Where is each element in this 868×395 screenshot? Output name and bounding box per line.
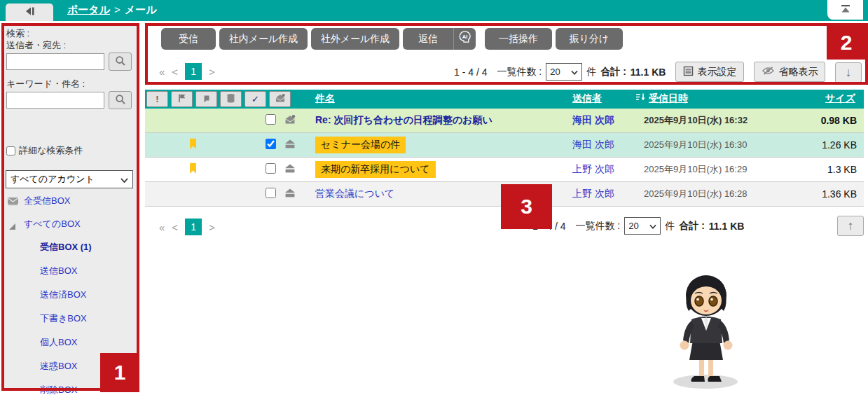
- compose-external-button[interactable]: 社外メール作成: [311, 28, 399, 50]
- display-settings-button[interactable]: 表示設定: [675, 62, 744, 82]
- first-page-button[interactable]: «: [159, 66, 165, 78]
- receive-button[interactable]: 受信: [161, 28, 216, 50]
- chevron-down-icon: [571, 67, 578, 77]
- list-settings-icon: [683, 66, 694, 78]
- sidebar-item-spam[interactable]: 迷惑BOX: [40, 360, 77, 373]
- bookmark-flag-icon[interactable]: [189, 163, 197, 176]
- row-checkbox[interactable]: [266, 114, 276, 127]
- row-checkbox[interactable]: [266, 188, 276, 200]
- chevron-down-icon: [120, 174, 128, 185]
- reply-split-button: 返信 AI: [403, 28, 476, 50]
- column-subject[interactable]: 件名: [315, 92, 335, 105]
- mail-sender-link[interactable]: 海田 次郎: [572, 114, 614, 127]
- row-checkbox[interactable]: [266, 163, 276, 176]
- sidebar-item-all-inbox[interactable]: 全受信BOX: [24, 195, 70, 207]
- total-label: 合計 :: [679, 220, 705, 233]
- page-size-select[interactable]: 20: [624, 217, 661, 235]
- unit-label: 件: [665, 220, 675, 233]
- priority-icon: !: [156, 94, 158, 104]
- breadcrumb-portal-link[interactable]: ポータル: [67, 4, 110, 15]
- keyword-search-button[interactable]: [109, 91, 132, 109]
- scroll-up-button[interactable]: ↑: [837, 216, 864, 236]
- mail-subject-link[interactable]: セミナー会場の件: [315, 137, 406, 153]
- collapse-left-icon: [24, 6, 36, 19]
- sidebar-item-draft[interactable]: 下書きBOX: [40, 312, 87, 325]
- keyword-search-input[interactable]: [6, 92, 104, 109]
- next-page-button[interactable]: >: [209, 66, 215, 78]
- page-size-value: 20: [628, 221, 638, 231]
- sort-flag-button[interactable]: [171, 91, 193, 107]
- sender-search-button[interactable]: [109, 53, 132, 71]
- sort-priority-button[interactable]: !: [146, 91, 168, 107]
- header-collapse-up-tab[interactable]: [827, 0, 863, 20]
- keyword-search-label: キーワード・件名 :: [6, 78, 85, 90]
- sort-rule-button[interactable]: 振り分け: [556, 28, 623, 50]
- mail-subject-link[interactable]: 営業会議について: [315, 188, 394, 200]
- pagination-top: « < 1 >: [159, 63, 215, 80]
- annotation-badge-3: 3: [501, 184, 552, 229]
- mail-subject-link[interactable]: 来期の新卒採用について: [315, 161, 436, 178]
- sidebar-item-inbox[interactable]: 受信BOX (1): [40, 241, 92, 254]
- account-select[interactable]: すべてのアカウント: [6, 170, 133, 188]
- count-label: 一覧件数 :: [497, 66, 542, 78]
- mail-app-page: ポータル>メール 検索 : 送信者・宛先 : キーワード・件名 : 詳細な検索条…: [0, 0, 868, 395]
- first-page-button[interactable]: «: [159, 221, 165, 233]
- sidebar-item-personal[interactable]: 個人BOX: [40, 336, 77, 349]
- mail-status-icon: [275, 93, 286, 105]
- scroll-down-button[interactable]: ↓: [835, 62, 862, 83]
- mail-sender-link[interactable]: 海田 次郎: [572, 139, 614, 151]
- row-checkbox[interactable]: [266, 139, 276, 151]
- chevron-down-icon: [649, 221, 656, 231]
- mail-subject-link[interactable]: Re: 次回打ち合わせの日程調整のお願い: [315, 114, 492, 127]
- sidebar-item-all-box[interactable]: すべてのBOX: [24, 218, 81, 230]
- list-summary-bottom: 1 - 4 / 4 一覧件数 : 20 件 合計 : 11.1 KB: [532, 217, 744, 235]
- unread-envelope-icon: [284, 114, 296, 127]
- advanced-search-checkbox[interactable]: [6, 146, 15, 155]
- eye-off-icon: [762, 66, 775, 78]
- compact-view-button[interactable]: 省略表示: [754, 62, 825, 82]
- prev-page-button[interactable]: <: [172, 66, 178, 78]
- column-size[interactable]: サイズ: [825, 92, 855, 105]
- sidebar-item-sent-done[interactable]: 送信済BOX: [40, 289, 86, 301]
- display-settings-label: 表示設定: [697, 66, 736, 78]
- mail-sender-link[interactable]: 上野 次郎: [572, 163, 614, 176]
- sort-reply-button[interactable]: [195, 91, 217, 107]
- sidebar-item-sent[interactable]: 送信BOX: [40, 265, 77, 277]
- mail-row[interactable]: 来期の新卒採用について 上野 次郎 2025年9月10日(水) 16:29 1.…: [145, 158, 864, 182]
- current-page-button[interactable]: 1: [185, 63, 202, 80]
- mail-date: 2025年9月10日(水) 16:32: [644, 114, 748, 127]
- reply-button[interactable]: 返信: [403, 28, 453, 50]
- sidebar-collapse-tab[interactable]: [6, 4, 53, 21]
- select-all-button[interactable]: ✓: [244, 91, 266, 107]
- mail-sidebar: 検索 : 送信者・宛先 : キーワード・件名 : 詳細な検索条件 すべてのアカウ…: [1, 23, 139, 391]
- ai-reply-button[interactable]: AI: [453, 28, 476, 50]
- mail-date: 2025年9月10日(水) 16:30: [644, 139, 747, 151]
- current-page-button[interactable]: 1: [185, 219, 202, 235]
- bookmark-flag-icon[interactable]: [189, 139, 197, 152]
- column-received[interactable]: 受信日時: [649, 92, 688, 105]
- sidebar-item-trash[interactable]: 削除BOX: [40, 384, 77, 395]
- mail-sender-link[interactable]: 上野 次郎: [572, 188, 614, 200]
- sender-search-label: 送信者・宛先 :: [6, 39, 66, 52]
- mail-row[interactable]: Re: 次回打ち合わせの日程調整のお願い 海田 次郎 2025年9月10日(水)…: [145, 109, 864, 133]
- total-size-value: 11.1 KB: [631, 67, 666, 78]
- search-icon: [115, 55, 126, 69]
- count-label: 一覧件数 :: [575, 220, 620, 233]
- next-page-button[interactable]: >: [209, 221, 215, 233]
- quote-icon: [202, 94, 211, 105]
- mail-row[interactable]: セミナー会場の件 海田 次郎 2025年9月10日(水) 16:30 1.26 …: [145, 133, 864, 158]
- sort-read-status-button[interactable]: [269, 91, 291, 107]
- mail-size: 1.26 KB: [822, 139, 857, 151]
- bulk-actions-button[interactable]: 一括操作: [485, 28, 552, 50]
- tree-expand-icon[interactable]: [8, 221, 16, 233]
- sender-search-input[interactable]: [6, 53, 104, 70]
- breadcrumb-separator: >: [110, 4, 125, 15]
- sort-archive-button[interactable]: [220, 91, 242, 107]
- page-size-select[interactable]: 20: [546, 63, 582, 81]
- range-text: 1 - 4 / 4: [454, 67, 487, 78]
- eject-icon: [839, 4, 852, 17]
- compose-internal-button[interactable]: 社内メール作成: [219, 28, 308, 50]
- column-sender[interactable]: 送信者: [572, 92, 602, 105]
- flag-icon: [177, 93, 187, 105]
- prev-page-button[interactable]: <: [172, 221, 178, 233]
